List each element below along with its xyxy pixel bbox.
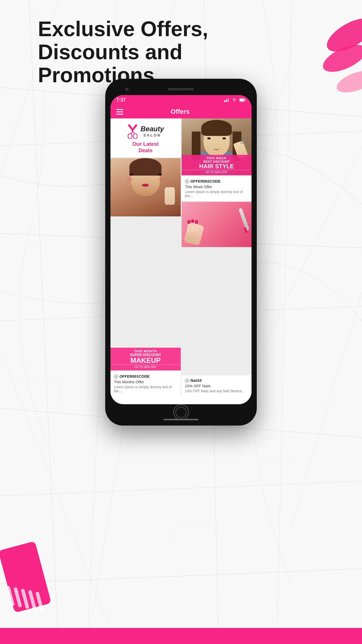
tagline-l1: Our Latest [132, 141, 159, 147]
svg-point-54 [186, 380, 187, 380]
svg-line-15 [291, 292, 362, 525]
headline-line1: Exclusive Offers, [38, 18, 242, 41]
offer1-code: OFFER001CODE [120, 374, 150, 379]
offer1-desc: Lorem Ipsum is simply dummy text of the … [114, 385, 177, 393]
svg-point-51 [185, 179, 189, 183]
svg-point-48 [244, 139, 245, 141]
time-display: 7:37 [116, 97, 126, 103]
svg-rect-34 [224, 100, 225, 102]
deals-tagline: Our Latest Deals [114, 141, 177, 154]
hair-banner-upto: UP TO 60% OFF [183, 170, 251, 174]
right-column: THIS WEEK BEST DISCOUNT HAIR STYLE UP TO… [182, 118, 252, 396]
hamburger-menu[interactable] [116, 109, 123, 115]
scissors-small [240, 136, 249, 144]
svg-rect-18 [15, 102, 50, 125]
offer2-title: This Week Offer [185, 185, 248, 189]
battery-icon [239, 98, 246, 102]
svg-rect-39 [245, 99, 246, 101]
offer2-code-row: OFFER002CODE [185, 179, 248, 183]
svg-point-43 [133, 134, 137, 139]
svg-point-50 [246, 141, 248, 144]
phone-screen: 7:37 [110, 95, 252, 404]
offer-card-2[interactable]: OFFER002CODE This Week Offer Lorem Ipsum… [182, 176, 252, 201]
home-button[interactable] [173, 404, 189, 420]
offer2-desc: Lorem Ipsum is simply dummy text of the … [185, 190, 248, 198]
left-column: Beauty SALON Our Latest Deals [110, 118, 181, 396]
svg-rect-36 [228, 98, 229, 102]
tag-icon-3 [185, 379, 189, 383]
phone-mockup: 7:37 [105, 79, 257, 426]
svg-point-52 [186, 181, 187, 181]
hair-banner-service: HAIR STYLE [183, 163, 251, 169]
banner-service: MAKEUP [112, 357, 180, 364]
svg-point-42 [128, 134, 132, 139]
tag-icon-2 [185, 179, 189, 183]
hair-promo-card[interactable]: THIS WEEK BEST DISCOUNT HAIR STYLE UP TO… [182, 118, 252, 175]
hair-banner-week: THIS WEEK [183, 156, 251, 160]
makeup-promo-card[interactable]: THIS MONTH SUPER DISCOUNT MAKEUP UP TO 6… [110, 158, 181, 370]
svg-line-9 [0, 481, 362, 496]
status-bar: 7:37 [110, 95, 252, 105]
svg-rect-24 [175, 525, 204, 545]
salon-logo: Beauty SALON [114, 124, 177, 139]
banner-month: THIS MONTH [112, 349, 180, 353]
content-grid: Beauty SALON Our Latest Deals [110, 118, 252, 396]
nav-bar: Offers [110, 105, 252, 118]
nail-desc: 10% OFF Nails and any Nail Service... [185, 389, 248, 393]
salon-text: SALON [140, 133, 164, 137]
svg-rect-23 [262, 438, 297, 461]
deco-bottom-left [0, 527, 58, 626]
svg-point-49 [241, 141, 243, 144]
salon-name-block: Beauty SALON [140, 125, 164, 137]
svg-line-14 [262, 146, 362, 350]
svg-point-37 [234, 101, 235, 102]
status-icons [224, 98, 246, 102]
nail-title: 10% OFF Nails [185, 384, 248, 388]
salon-brand-card: Beauty SALON Our Latest Deals [110, 118, 181, 157]
makeup-photo [110, 158, 181, 216]
tagline-l2: Deals [138, 148, 152, 153]
offer1-title: This Months Offer [114, 380, 177, 384]
phone-notch [110, 84, 252, 94]
scissors-icon [127, 124, 138, 139]
nail-photo [182, 202, 252, 247]
svg-point-46 [114, 374, 118, 378]
deco-top-right [298, 0, 362, 93]
nail-code-row: Nail10 [185, 378, 248, 383]
beauty-text: Beauty [140, 125, 164, 132]
svg-line-5 [277, 0, 291, 644]
offer1-code-row: OFFER001CODE [114, 374, 177, 379]
phone-bottom-area [110, 404, 252, 420]
offer-card-1[interactable]: OFFER001CODE This Months Offer Lorem Ips… [110, 371, 181, 396]
nail-code: Nail10 [191, 378, 202, 383]
phone-camera [125, 88, 129, 91]
tag-icon-1 [114, 374, 118, 379]
nail-promo-card[interactable] [182, 202, 252, 374]
phone-outer: 7:37 [105, 79, 257, 426]
svg-rect-22 [15, 379, 58, 408]
svg-rect-35 [226, 99, 227, 102]
svg-line-44 [131, 131, 133, 134]
page-headline: Exclusive Offers, Discounts and Promotio… [38, 18, 242, 87]
bottom-strip [0, 628, 362, 644]
svg-rect-40 [240, 99, 244, 101]
hair-banner: THIS WEEK BEST DISCOUNT HAIR STYLE UP TO… [182, 155, 252, 175]
nail-offer-card[interactable]: Nail10 10% OFF Nails 10% OFF Nails and a… [182, 375, 252, 396]
wifi-icon [232, 98, 237, 102]
banner-upto: UP TO 60% OFF [112, 365, 180, 369]
nav-title: Offers [123, 108, 237, 116]
svg-point-53 [185, 379, 189, 382]
svg-line-45 [133, 131, 134, 134]
svg-point-47 [115, 376, 116, 376]
offer2-code: OFFER002CODE [191, 179, 221, 183]
phone-speaker [168, 88, 194, 90]
signal-icon [224, 98, 229, 102]
makeup-banner: THIS MONTH SUPER DISCOUNT MAKEUP UP TO 6… [110, 348, 181, 370]
